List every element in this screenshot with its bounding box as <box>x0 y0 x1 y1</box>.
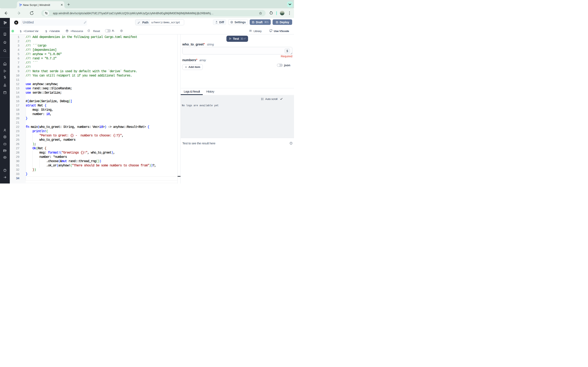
svg-text:R: R <box>15 21 17 24</box>
